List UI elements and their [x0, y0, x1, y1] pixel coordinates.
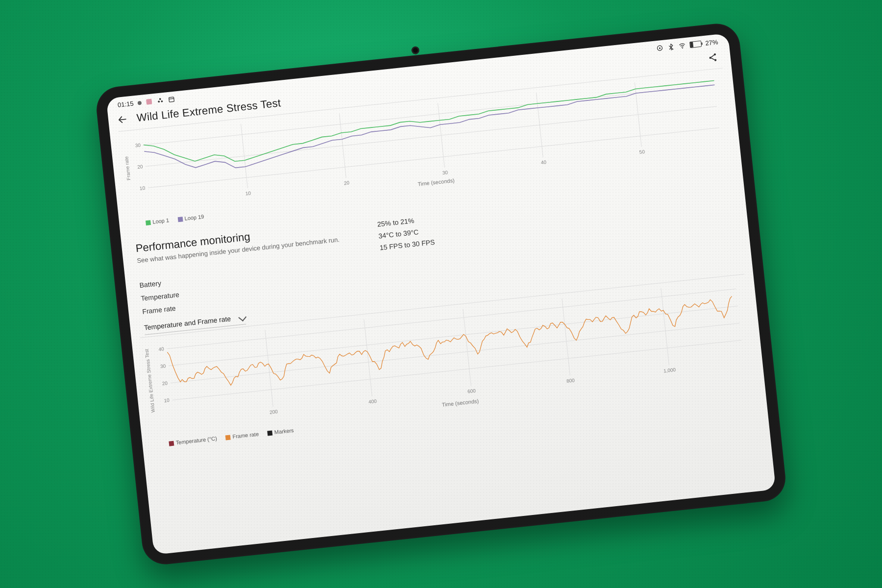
- svg-text:50: 50: [639, 149, 645, 155]
- svg-line-14: [148, 128, 719, 188]
- legend-item-loop19: Loop 19: [177, 214, 204, 222]
- battery-icon: [689, 41, 702, 48]
- legend-swatch-icon: [146, 220, 151, 225]
- wifi-icon: [678, 42, 686, 49]
- legend-label: Markers: [274, 427, 294, 435]
- page-title: Wild Life Extreme Stress Test: [136, 97, 282, 124]
- svg-point-10: [714, 53, 716, 56]
- svg-point-11: [714, 59, 717, 61]
- metric-label-framerate: Frame rate: [142, 241, 751, 318]
- svg-rect-0: [146, 98, 152, 104]
- legend-item-loop1: Loop 1: [146, 217, 170, 225]
- svg-text:20: 20: [343, 180, 350, 186]
- svg-line-48: [661, 288, 669, 365]
- svg-rect-7: [659, 48, 661, 49]
- tablet-screen: 01:15 27% Wild Life Ext: [106, 33, 776, 555]
- svg-point-2: [161, 100, 163, 102]
- back-arrow-icon[interactable]: [117, 114, 128, 125]
- legend-label: Temperature (°C): [175, 436, 217, 446]
- svg-text:10: 10: [139, 185, 146, 191]
- temperature-value: 34°C to 39°C: [378, 225, 434, 242]
- dropdown-value: Temperature and Frame rate: [144, 315, 231, 332]
- chart2-legend: Temperature (°C) Frame rate Markers: [151, 377, 756, 448]
- svg-line-32: [172, 341, 742, 400]
- svg-text:40: 40: [158, 346, 165, 352]
- legend-label: Loop 19: [184, 214, 204, 221]
- legend-swatch-icon: [225, 435, 231, 441]
- perf-subtitle: See what was happening inside your devic…: [137, 236, 340, 264]
- metric-labels-list: Battery Temperature Frame rate: [125, 215, 751, 319]
- svg-rect-4: [169, 97, 174, 102]
- perf-values: 25% to 21% 34°C to 39°C 15 FPS to 30 FPS: [376, 211, 435, 254]
- svg-text:600: 600: [467, 388, 476, 394]
- svg-text:10: 10: [245, 190, 251, 196]
- status-left: 01:15: [117, 96, 175, 109]
- svg-point-6: [657, 46, 662, 51]
- svg-text:20: 20: [162, 380, 168, 386]
- app-icon: [145, 98, 153, 105]
- battery-value: 25% to 21%: [377, 213, 433, 230]
- metric-label-battery: Battery: [139, 215, 748, 292]
- perf-title: Performance monitoring: [135, 221, 339, 255]
- tablet-camera: [413, 48, 418, 53]
- svg-text:Time (seconds): Time (seconds): [441, 398, 479, 408]
- chevron-down-icon: [239, 313, 247, 321]
- calendar-icon: [167, 96, 175, 103]
- monitoring-line-chart: 102030402004006008001,000Time (seconds)W…: [140, 274, 755, 440]
- framerate-value: 15 FPS to 30 FPS: [379, 237, 436, 254]
- svg-line-36: [169, 306, 738, 366]
- app-icon: [156, 97, 164, 104]
- framerate-chart-card: 1020301020304050Time (seconds)Frame rate…: [119, 68, 733, 227]
- legend-label: Frame rate: [232, 431, 259, 440]
- metric-label-temperature: Temperature: [140, 228, 750, 305]
- photo-background: 01:15 27% Wild Life Ext: [0, 0, 882, 588]
- svg-line-34: [171, 323, 740, 383]
- svg-line-44: [463, 309, 471, 386]
- legend-swatch-icon: [177, 217, 183, 222]
- chart1-legend: Loop 1 Loop 19: [128, 156, 733, 227]
- bluetooth-icon: [667, 43, 675, 50]
- svg-text:1,000: 1,000: [663, 367, 676, 374]
- svg-line-18: [144, 85, 715, 145]
- status-right: 27%: [656, 38, 718, 52]
- status-dot-icon: [137, 100, 142, 105]
- svg-text:30: 30: [135, 142, 141, 148]
- share-icon[interactable]: [708, 52, 718, 63]
- svg-text:800: 800: [566, 378, 575, 384]
- svg-point-3: [159, 98, 161, 100]
- svg-line-24: [438, 103, 444, 168]
- svg-text:Time (seconds): Time (seconds): [417, 177, 455, 187]
- legend-label: Loop 1: [152, 217, 170, 224]
- status-bar: 01:15 27%: [106, 33, 730, 112]
- legend-swatch-icon: [268, 431, 273, 436]
- rotation-lock-icon: [656, 44, 663, 52]
- svg-line-26: [536, 93, 543, 157]
- svg-text:400: 400: [368, 398, 377, 405]
- chart-metric-dropdown[interactable]: Temperature and Frame rate: [143, 310, 246, 335]
- tablet-frame: 01:15 27% Wild Life Ext: [94, 22, 787, 567]
- svg-line-16: [146, 106, 717, 167]
- legend-swatch-icon: [169, 441, 174, 446]
- clock-text: 01:15: [117, 100, 134, 109]
- performance-monitoring-section: Performance monitoring See what was happ…: [120, 163, 747, 281]
- svg-point-8: [682, 48, 683, 49]
- svg-text:Wild Life Extreme Stress Test: Wild Life Extreme Stress Test: [144, 349, 156, 413]
- svg-line-22: [340, 114, 346, 178]
- monitoring-chart-card: 102030402004006008001,000Time (seconds)W…: [140, 274, 756, 448]
- svg-text:30: 30: [442, 170, 448, 175]
- svg-line-40: [265, 330, 273, 407]
- svg-line-13: [711, 58, 714, 60]
- svg-text:10: 10: [164, 397, 170, 403]
- svg-line-12: [711, 55, 714, 57]
- svg-line-42: [364, 319, 372, 396]
- app-header: Wild Life Extreme Stress Test: [107, 47, 731, 128]
- legend-item-temperature: Temperature (°C): [169, 436, 217, 446]
- battery-percent-text: 27%: [705, 38, 718, 47]
- svg-text:Frame rate: Frame rate: [123, 156, 131, 180]
- svg-line-20: [241, 124, 248, 188]
- framerate-line-chart: 1020301020304050Time (seconds)Frame rate: [119, 68, 732, 220]
- svg-point-9: [709, 57, 711, 59]
- svg-point-1: [158, 100, 160, 102]
- svg-line-5: [169, 98, 173, 99]
- svg-line-38: [167, 289, 736, 349]
